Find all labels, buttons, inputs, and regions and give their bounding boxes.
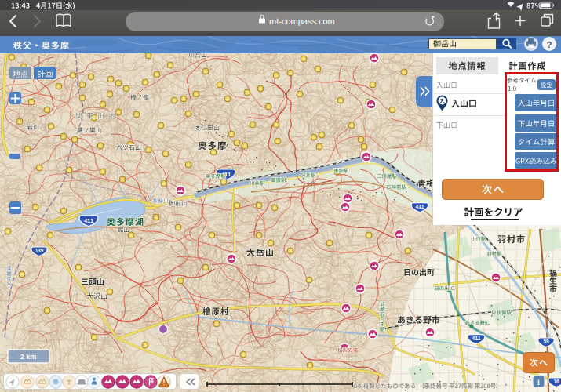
svg-text:mt-compass.com: mt-compass.com — [269, 16, 335, 26]
svg-text:T: T — [67, 379, 71, 387]
svg-text:?: ? — [546, 40, 552, 49]
svg-text:i: i — [537, 378, 540, 387]
svg-text:2 km: 2 km — [20, 353, 37, 361]
